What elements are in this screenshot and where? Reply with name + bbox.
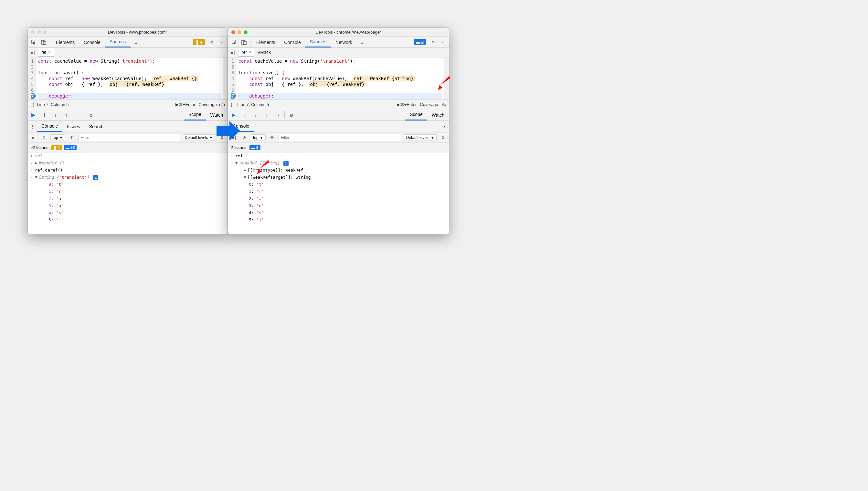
- tab-elements[interactable]: Elements: [252, 37, 280, 48]
- kebab-icon[interactable]: ⋮: [438, 37, 448, 48]
- scope-tab[interactable]: Scope: [184, 109, 206, 120]
- filter-input[interactable]: [78, 134, 180, 141]
- step-into-icon[interactable]: ↓: [50, 109, 61, 120]
- context-select[interactable]: top ▼: [50, 134, 65, 141]
- tab-sources[interactable]: Sources: [105, 37, 131, 48]
- tab-network[interactable]: Network: [331, 37, 357, 48]
- debug-toolbar: ▶ ⤵ ↓ ↑ → ⌀ Scope Watch: [228, 109, 449, 121]
- cursor-pos: Line 7, Column 5: [237, 102, 269, 107]
- drawer-tab-issues[interactable]: Issues: [62, 121, 84, 132]
- run-icon[interactable]: ▶: [175, 102, 179, 107]
- levels-select[interactable]: Default levels ▼: [404, 134, 437, 141]
- window-title: DevTools - chrome://new-tab-page/: [251, 30, 446, 34]
- devtools-window-left: DevTools - www.photopea.com/ Elements Co…: [27, 27, 228, 234]
- step-into-icon[interactable]: ↓: [250, 109, 261, 120]
- deactivate-bp-icon[interactable]: ⌀: [286, 109, 297, 120]
- info-mini-badge[interactable]: ▬ 2: [250, 145, 260, 150]
- clear-icon[interactable]: ⊘: [241, 135, 248, 140]
- file-tab-label: ref: [242, 50, 247, 55]
- scope-tab[interactable]: Scope: [405, 109, 427, 120]
- warn-mini-badge[interactable]: ❚ 4: [51, 145, 62, 150]
- more-tabs[interactable]: »: [357, 37, 368, 48]
- device-icon[interactable]: [239, 37, 249, 48]
- kebab-icon[interactable]: ⋮: [217, 37, 226, 48]
- tab-elements[interactable]: Elements: [51, 37, 79, 48]
- live-expr-icon[interactable]: 👁: [68, 135, 76, 140]
- coverage-label: Coverage: n/a: [198, 102, 225, 107]
- watch-tab[interactable]: Watch: [427, 109, 449, 120]
- close-drawer-icon[interactable]: ×: [440, 121, 449, 132]
- issues-bar: 92 Issues: ❚ 4 ▬ 88: [28, 143, 227, 152]
- context-select[interactable]: top ▼: [251, 134, 265, 141]
- navigator-toggle-icon[interactable]: ▶|: [228, 48, 239, 57]
- step-icon[interactable]: →: [72, 109, 83, 120]
- watch-tab[interactable]: Watch: [206, 109, 227, 120]
- warn-badge[interactable]: ❚ 4: [193, 39, 205, 45]
- inspect-icon[interactable]: [29, 37, 39, 48]
- main-tabbar: Elements Console Sources » ❚ 4 ⚙ ⋮: [28, 37, 227, 48]
- traffic-lights: [31, 30, 47, 34]
- pretty-print-icon[interactable]: { }: [231, 102, 234, 107]
- code-editor[interactable]: 1234567 const cacheValue = new String('t…: [28, 58, 227, 99]
- live-expr-icon[interactable]: 👁: [268, 135, 276, 140]
- resume-icon[interactable]: ▶: [28, 109, 39, 120]
- filter-input[interactable]: [279, 134, 401, 141]
- close-icon[interactable]: ×: [249, 50, 251, 55]
- close-dot[interactable]: [31, 30, 35, 34]
- titlebar: DevTools - www.photopea.com/: [28, 28, 227, 37]
- step-over-icon[interactable]: ⤵: [39, 109, 50, 120]
- step-out-icon[interactable]: ↑: [261, 109, 272, 120]
- run-shortcut: ⌘+Enter: [179, 102, 196, 107]
- console-gear-icon[interactable]: ⚙: [439, 135, 447, 140]
- min-dot[interactable]: [237, 30, 242, 34]
- max-dot[interactable]: [43, 30, 47, 34]
- clear-icon[interactable]: ⊘: [40, 135, 48, 140]
- file-tabbar: ▶| ref ×: [28, 48, 227, 58]
- file-tab-label: VM348: [257, 50, 271, 55]
- cursor-pos: Line 7, Column 5: [37, 102, 68, 107]
- annotation-arrow-middle: [215, 119, 241, 142]
- traffic-lights: [231, 30, 248, 34]
- step-over-icon[interactable]: ⤵: [239, 109, 250, 120]
- code-editor[interactable]: 1234567 const cacheValue = new String('t…: [228, 58, 449, 99]
- run-shortcut: ⌘+Enter: [400, 102, 417, 107]
- file-tab-vm[interactable]: VM348: [254, 48, 274, 57]
- svg-rect-2: [43, 41, 46, 45]
- console-toolbar: ▶| ⊘ top ▼ 👁 Default levels ▼ ⚙: [228, 133, 449, 143]
- file-tab-ref[interactable]: ref ×: [38, 48, 54, 57]
- gear-icon[interactable]: ⚙: [207, 37, 217, 48]
- inspect-icon[interactable]: [229, 37, 239, 48]
- max-dot[interactable]: [244, 30, 248, 34]
- resume-icon[interactable]: ▶: [228, 109, 239, 120]
- info-badge[interactable]: ▬ 2: [414, 39, 426, 45]
- console-toolbar: ▶| ⊘ top ▼ 👁 Default levels ▼ ⚙: [28, 133, 227, 143]
- run-icon[interactable]: ▶: [397, 102, 400, 107]
- tab-console[interactable]: Console: [280, 37, 305, 48]
- tab-sources[interactable]: Sources: [305, 37, 331, 48]
- close-icon[interactable]: ×: [48, 50, 51, 55]
- file-tab-label: ref: [41, 50, 46, 55]
- navigator-toggle-icon[interactable]: ▶|: [28, 48, 38, 57]
- deactivate-bp-icon[interactable]: ⌀: [86, 109, 96, 120]
- levels-select[interactable]: Default levels ▼: [183, 134, 215, 141]
- titlebar: DevTools - chrome://new-tab-page/: [228, 28, 449, 37]
- drawer-menu-icon[interactable]: ⋮: [28, 121, 37, 132]
- svg-rect-5: [244, 41, 246, 45]
- device-icon[interactable]: [39, 37, 49, 48]
- console-output[interactable]: ›ref‹▶WeakRef {}›ref.deref()‹▼String {'t…: [28, 152, 227, 234]
- show-sidebar-icon[interactable]: ▶|: [30, 135, 37, 140]
- step-out-icon[interactable]: ↑: [61, 109, 72, 120]
- scrollbar[interactable]: [223, 58, 227, 99]
- min-dot[interactable]: [37, 30, 41, 34]
- gear-icon[interactable]: ⚙: [428, 37, 438, 48]
- step-icon[interactable]: →: [272, 109, 283, 120]
- tab-console[interactable]: Console: [79, 37, 105, 48]
- drawer-tab-console[interactable]: Console: [37, 121, 62, 132]
- issues-label: 92 Issues:: [30, 145, 50, 150]
- pretty-print-icon[interactable]: { }: [30, 102, 34, 107]
- file-tab-ref[interactable]: ref ×: [239, 48, 254, 57]
- drawer-tab-search[interactable]: Search: [85, 121, 108, 132]
- info-mini-badge[interactable]: ▬ 88: [64, 145, 77, 150]
- more-tabs[interactable]: »: [131, 37, 142, 48]
- close-dot[interactable]: [231, 30, 235, 34]
